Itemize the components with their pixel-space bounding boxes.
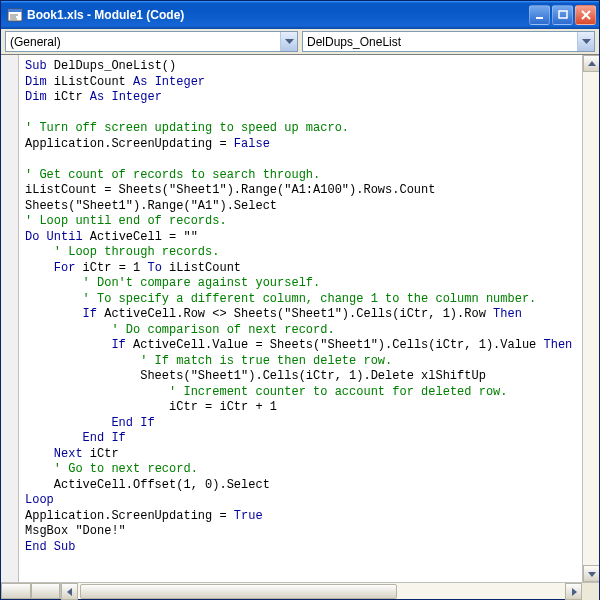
scroll-track[interactable] bbox=[583, 72, 599, 565]
scroll-up-button[interactable] bbox=[583, 55, 599, 72]
view-mode-buttons bbox=[1, 583, 61, 599]
window-title: Book1.xls - Module1 (Code) bbox=[27, 8, 529, 22]
scroll-right-button[interactable] bbox=[565, 583, 582, 600]
chevron-down-icon bbox=[577, 32, 594, 51]
chevron-down-icon bbox=[280, 32, 297, 51]
window-controls bbox=[529, 5, 596, 25]
svg-rect-5 bbox=[536, 17, 543, 19]
full-module-view-button[interactable] bbox=[31, 583, 61, 599]
svg-rect-6 bbox=[559, 11, 567, 18]
vertical-scrollbar[interactable] bbox=[582, 55, 599, 582]
minimize-button[interactable] bbox=[529, 5, 550, 25]
object-dropdown[interactable]: (General) bbox=[5, 31, 298, 52]
object-dropdown-value: (General) bbox=[10, 35, 280, 49]
scroll-down-button[interactable] bbox=[583, 565, 599, 582]
horizontal-scrollbar[interactable] bbox=[78, 583, 565, 599]
editor-gutter bbox=[1, 55, 19, 582]
scroll-left-button[interactable] bbox=[61, 583, 78, 600]
resize-grip[interactable] bbox=[582, 583, 599, 600]
procedure-view-button[interactable] bbox=[1, 583, 31, 599]
editor-area: Sub DelDups_OneList() Dim iListCount As … bbox=[1, 55, 599, 582]
procedure-dropdown-value: DelDups_OneList bbox=[307, 35, 577, 49]
close-button[interactable] bbox=[575, 5, 596, 25]
scroll-thumb[interactable] bbox=[80, 584, 397, 599]
maximize-button[interactable] bbox=[552, 5, 573, 25]
code-window: Book1.xls - Module1 (Code) (General) Del… bbox=[0, 0, 600, 600]
code-editor[interactable]: Sub DelDups_OneList() Dim iListCount As … bbox=[19, 55, 582, 582]
bottom-bar bbox=[1, 582, 599, 599]
titlebar[interactable]: Book1.xls - Module1 (Code) bbox=[1, 1, 599, 29]
svg-rect-1 bbox=[8, 9, 22, 12]
procedure-dropdown[interactable]: DelDups_OneList bbox=[302, 31, 595, 52]
module-icon bbox=[7, 7, 23, 23]
dropdown-bar: (General) DelDups_OneList bbox=[1, 29, 599, 55]
